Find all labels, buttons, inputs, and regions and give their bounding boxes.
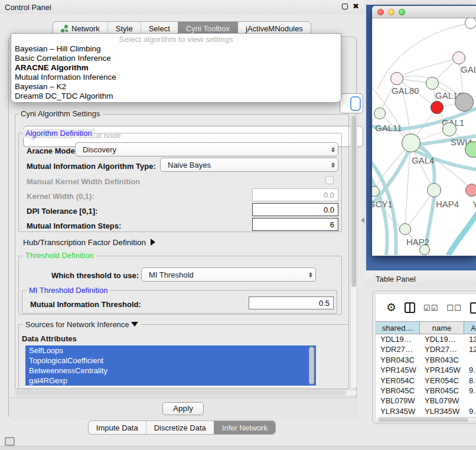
stepper-icon[interactable] (328, 143, 338, 156)
node-gal4[interactable] (402, 133, 420, 152)
close-window-icon[interactable] (377, 9, 384, 15)
hub-definition-expander[interactable]: Hub/Transcription Factor Definition (23, 238, 155, 247)
table-row[interactable]: YLR345WYLR345W9. (376, 406, 476, 416)
data-attributes-list[interactable]: SelfLoopsTopologicalCoefficientBetweenne… (25, 345, 316, 387)
collapsed-panel-icon[interactable] (5, 437, 15, 446)
split-pane-collapse-icon[interactable] (361, 217, 364, 223)
new-column-icon[interactable] (470, 302, 476, 314)
mi-type-value: Naive Bayes (161, 161, 328, 169)
mi-steps-field[interactable]: 6 (252, 218, 338, 231)
expander-collapsed-icon[interactable] (151, 239, 155, 246)
node-gal11[interactable] (374, 107, 386, 119)
network-window-titlebar[interactable] (372, 6, 476, 18)
node-gal10[interactable] (426, 77, 439, 90)
dropdown-item[interactable]: Bayesian – K2 (11, 82, 341, 92)
kernel-width-field[interactable]: 0.0 (252, 188, 338, 201)
node-label: GAL11 (375, 123, 402, 133)
network-icon (61, 25, 69, 32)
node-gal1[interactable] (431, 101, 444, 114)
stepper-icon[interactable] (306, 268, 315, 281)
network-canvas[interactable]: GALGAL80GAL10GAL1GAL11SWI4GAL4GCY1HAP4YH… (372, 18, 476, 255)
deselect-all-icon[interactable]: ☐☐ (446, 304, 461, 312)
aracne-mode-combo[interactable]: Discovery (75, 142, 338, 156)
which-threshold-combo[interactable]: MI Threshold (141, 268, 316, 282)
node-y[interactable] (465, 184, 476, 197)
table-cell: YBL079W (420, 396, 464, 406)
gear-icon[interactable]: ⚙ (386, 302, 396, 314)
algorithm-definition-title: Algorithm Definition (23, 129, 94, 138)
table-row[interactable]: YBR043CYBR043C (376, 355, 476, 365)
table-panel: ⚙ ☑☑ ☐☐ shared… name A YDL19…YDL19…13YDR… (372, 291, 476, 424)
node-hap2[interactable] (399, 223, 411, 235)
node-hap4[interactable] (427, 183, 441, 197)
tab-infer-network[interactable]: Infer Network (214, 421, 275, 434)
attribute-list-item[interactable]: BetweennessCentrality (25, 366, 316, 376)
sources-group-title[interactable]: Sources for Network Inference (23, 320, 141, 329)
zoom-window-icon[interactable] (399, 9, 405, 15)
dropdown-item[interactable]: Dream8 DC_TDC Algorithm (11, 92, 341, 101)
attributes-scrollbar-thumb[interactable] (309, 347, 314, 384)
table-cell: YDL19… (376, 334, 420, 344)
dropdown-item[interactable]: Mutual Information Inference (11, 73, 341, 82)
dpi-tolerance-field[interactable]: 0.0 (252, 203, 338, 216)
minimize-window-icon[interactable] (388, 9, 395, 15)
float-window-icon[interactable] (342, 4, 348, 9)
apply-button[interactable]: Apply (162, 402, 204, 415)
hscroll-thumb[interactable] (15, 390, 346, 395)
node-swi4[interactable] (442, 122, 457, 136)
column-header-name[interactable]: name (420, 322, 464, 334)
table-cell: YLR345W (420, 406, 464, 416)
node-label: HAP4 (436, 199, 459, 209)
settings-horizontal-scrollbar[interactable] (14, 389, 357, 396)
stepper-icon[interactable] (328, 158, 338, 171)
mi-type-combo[interactable]: Naive Bayes (160, 158, 338, 172)
tab-discretize-data[interactable]: Discretize Data (146, 421, 214, 434)
node[interactable] (419, 244, 430, 255)
settings-scrollbar[interactable] (350, 114, 357, 389)
dropdown-item[interactable]: Bayesian – Hill Climbing (11, 44, 341, 54)
node-gal[interactable] (452, 51, 465, 64)
close-icon[interactable]: ✖ (353, 2, 359, 11)
mi-threshold-field[interactable]: 0.5 (249, 296, 334, 309)
column-header-shared-name[interactable]: shared… (376, 322, 420, 334)
table-row[interactable]: YDL19…YDL19…13 (376, 334, 476, 344)
network-desktop: GALGAL80GAL10GAL1GAL11SWI4GAL4GCY1HAP4YH… (366, 5, 476, 270)
algorithm-dropdown-popup: Select algorithm to view settings Bayesi… (11, 33, 341, 103)
attribute-list-item[interactable]: gal4RGexp (25, 376, 316, 386)
expander-expanded-icon[interactable] (131, 322, 138, 327)
tab-label: Impute Data (96, 423, 138, 432)
dpi-tolerance-label: DPI Tolerance [0,1]: (27, 207, 97, 216)
table-panel-title: Table Panel (376, 275, 416, 283)
node[interactable] (455, 93, 474, 112)
node-gal80[interactable] (390, 72, 403, 85)
network-view-window[interactable]: GALGAL80GAL10GAL1GAL11SWI4GAL4GCY1HAP4YH… (372, 6, 476, 256)
inference-algorithm-combo-edge[interactable] (340, 93, 363, 113)
dropdown-item[interactable]: Basic Correlation Inference (11, 54, 341, 63)
table-cell: YER054C (376, 376, 420, 386)
table-cell: YER054C (420, 376, 464, 386)
column-layout-icon[interactable] (405, 302, 415, 313)
combo-stepper-focused[interactable] (350, 96, 361, 111)
table-horizontal-scrollbar[interactable] (377, 417, 476, 422)
column-header-partial[interactable]: A (464, 322, 476, 334)
node[interactable] (465, 18, 476, 29)
dropdown-item[interactable]: ARACNE Algorithm (11, 63, 341, 73)
mi-steps-label: Mutual Information Steps: (27, 221, 121, 230)
table-cell: YDR27… (376, 344, 420, 354)
dropdown-placeholder: Select algorithm to view settings (11, 35, 341, 44)
table-row[interactable]: YDR27…YDR27…12 (376, 344, 476, 354)
manual-kernel-checkbox[interactable] (325, 176, 334, 184)
settings-scrollbar-thumb[interactable] (351, 116, 356, 287)
attribute-list-item[interactable]: TopologicalCoefficient (25, 356, 316, 366)
tab-impute-data[interactable]: Impute Data (89, 421, 146, 434)
table-row[interactable]: YBR045CYBR045C9. (376, 386, 476, 396)
table-row[interactable]: YPR145WYPR145W9. (376, 365, 476, 375)
table-cell: 13 (464, 334, 476, 344)
select-all-icon[interactable]: ☑☑ (423, 304, 438, 312)
table-cell: YBR045C (420, 386, 464, 396)
attribute-list-item[interactable]: SelfLoops (25, 345, 316, 356)
table-hscroll-thumb[interactable] (379, 418, 468, 422)
table-cell: YDR27… (420, 344, 464, 354)
table-row[interactable]: YER054CYER054C8. (376, 376, 476, 386)
table-row[interactable]: YBL079WYBL079W (376, 396, 476, 406)
